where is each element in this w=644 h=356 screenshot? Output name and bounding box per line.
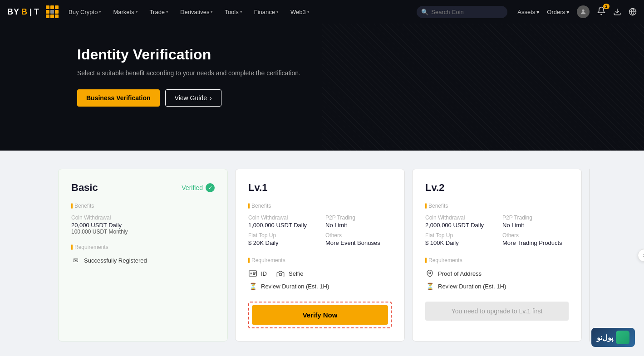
lv1-benefits-label: Benefits [248, 203, 392, 209]
req-selfie: Selfie [276, 269, 304, 278]
verify-btn-wrap: Verify Now [248, 302, 392, 328]
verified-badge: Verified ✓ [182, 183, 215, 192]
chevron-down-icon: ▾ [276, 10, 279, 14]
lv1-p2p: P2P Trading No Limit [325, 215, 392, 229]
cards-section: Basic Verified ✓ Benefits Coin Withdrawa… [0, 151, 644, 356]
card-basic: Basic Verified ✓ Benefits Coin Withdrawa… [58, 169, 228, 341]
lv2-p2p: P2P Trading No Limit [502, 215, 569, 229]
notification-badge: 2 [603, 4, 610, 9]
lv2-req-label: Requirements [425, 257, 569, 263]
page-title: Identity Verification [77, 46, 567, 63]
search-wrap: 🔍 [417, 6, 507, 18]
upgrade-button: You need to upgrade to Lv.1 first [425, 302, 569, 321]
lv2-req-items: Proof of Address ⏳ Review Duration (Est.… [425, 269, 569, 291]
lv1-others: Others More Event Bonuses [325, 232, 392, 246]
basic-requirements: Requirements ✉ Successfully Registered [71, 244, 215, 265]
lv2-coin-withdrawal: Coin Withdrawal 2,000,000 USDT Daily [425, 215, 492, 229]
svg-point-0 [582, 10, 584, 12]
hero-section: Identity Verification Select a suitable … [0, 24, 644, 151]
lv1-fiat: Fiat Top Up $ 20K Daily [248, 232, 315, 246]
lv1-req-label: Requirements [248, 257, 392, 263]
watermark: پول‌نو [591, 328, 635, 347]
lv2-benefits-label: Benefits [425, 203, 569, 209]
lv2-requirements: Requirements Proof of Address ⏳ Review D… [425, 257, 569, 291]
nav-finance[interactable]: Finance ▾ [250, 0, 283, 24]
chevron-right-icon: › [210, 94, 212, 102]
nav-web3[interactable]: Web3 ▾ [286, 0, 314, 24]
chevron-down-icon: ▾ [166, 10, 168, 14]
svg-rect-7 [253, 272, 256, 273]
card-lv1-header: Lv.1 [248, 182, 392, 194]
nav-derivatives[interactable]: Derivatives ▾ [176, 0, 217, 24]
grid-icon[interactable] [46, 5, 59, 18]
req-review-lv2: ⏳ Review Duration (Est. 1H) [425, 282, 569, 291]
verify-now-button[interactable]: Verify Now [252, 305, 388, 325]
req-registered: ✉ Successfully Registered [71, 256, 215, 265]
chevron-down-icon: ▾ [307, 10, 310, 14]
envelope-icon: ✉ [71, 256, 80, 265]
logo[interactable]: BYB|T [7, 7, 39, 17]
nav-trade[interactable]: Trade ▾ [145, 0, 173, 24]
lv2-others: Others More Trading Products [502, 232, 569, 246]
card-basic-header: Basic Verified ✓ [71, 182, 215, 194]
req-id: ID [248, 269, 267, 278]
search-input[interactable] [417, 6, 507, 18]
chevron-down-icon: ▾ [136, 10, 138, 14]
svg-point-9 [279, 273, 282, 276]
id-icon [248, 269, 257, 278]
lv1-coin-withdrawal: Coin Withdrawal 1,000,000 USDT Daily [248, 215, 315, 229]
hero-buttons: Business Verification View Guide › [77, 89, 567, 107]
chevron-down-icon: ▾ [211, 10, 213, 14]
lv2-fiat: Fiat Top Up $ 100K Daily [425, 232, 492, 246]
basic-benefits: Coin Withdrawal 20,000 USDT Daily 100,00… [71, 215, 215, 235]
watermark-logo [616, 331, 629, 344]
chevron-down-icon: ▾ [99, 10, 101, 14]
lv1-benefits-grid: Coin Withdrawal 1,000,000 USDT Daily P2P… [248, 215, 392, 246]
card-lv1-title: Lv.1 [248, 182, 267, 194]
avatar[interactable] [577, 5, 590, 18]
lv1-req-items: ID Selfie ⏳ Review Duration (Est. 1H) [248, 269, 392, 291]
lv1-requirements: Requirements ID Selfie [248, 257, 392, 291]
view-guide-button[interactable]: View Guide › [165, 89, 221, 107]
basic-req-label: Requirements [71, 244, 215, 250]
chevron-down-icon: ▾ [536, 9, 540, 15]
card-lv2-header: Lv.2 [425, 182, 569, 194]
card-basic-title: Basic [71, 182, 98, 194]
search-icon: 🔍 [421, 9, 428, 15]
basic-req-items: ✉ Successfully Registered [71, 256, 215, 265]
watermark-text: پول‌نو [597, 333, 613, 342]
separator-line [589, 169, 590, 341]
basic-benefits-label: Benefits [71, 203, 215, 209]
camera-icon [276, 269, 285, 278]
lv1-req-row: ID Selfie [248, 269, 392, 278]
hourglass-icon: ⏳ [248, 282, 257, 291]
location-icon [425, 269, 434, 278]
chevron-down-icon: ▾ [566, 9, 570, 15]
business-verification-button[interactable]: Business Verification [77, 89, 160, 107]
lv2-benefits-grid: Coin Withdrawal 2,000,000 USDT Daily P2P… [425, 215, 569, 246]
svg-point-10 [429, 272, 431, 274]
card-lv1: Lv.1 Benefits Coin Withdrawal 1,000,000 … [235, 169, 405, 341]
nav-buy-crypto[interactable]: Buy Crypto ▾ [64, 0, 106, 24]
req-review-lv1: ⏳ Review Duration (Est. 1H) [248, 282, 392, 291]
navbar: BYB|T Buy Crypto ▾ Markets ▾ Trade ▾ Der… [0, 0, 644, 24]
notification-bell[interactable]: 2 [597, 6, 606, 17]
nav-right: Assets ▾ Orders ▾ 2 [517, 5, 637, 18]
nav-tools[interactable]: Tools ▾ [220, 0, 246, 24]
card-lv2-title: Lv.2 [425, 182, 444, 194]
req-address: Proof of Address [425, 269, 569, 278]
watermark-inner: پول‌نو [591, 328, 635, 347]
hero-subtitle: Select a suitable benefit according to y… [77, 69, 567, 77]
check-icon: ✓ [206, 183, 215, 192]
hourglass-icon-lv2: ⏳ [425, 282, 434, 291]
nav-orders[interactable]: Orders ▾ [547, 9, 570, 15]
chevron-down-icon: ▾ [240, 10, 242, 14]
nav-download[interactable] [613, 8, 621, 16]
nav-assets[interactable]: Assets ▾ [517, 9, 540, 15]
card-lv2: Lv.2 Benefits Coin Withdrawal 2,000,000 … [412, 169, 582, 341]
card-nav-arrow-right-basic[interactable]: › [638, 249, 644, 262]
nav-markets[interactable]: Markets ▾ [108, 0, 142, 24]
nav-language[interactable] [629, 8, 637, 16]
